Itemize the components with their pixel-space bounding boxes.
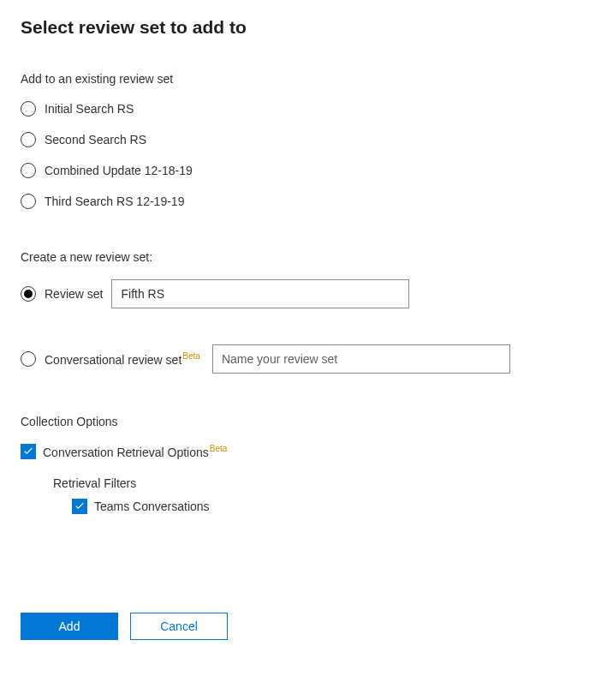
conversation-retrieval-text: Conversation Retrieval Options — [43, 446, 209, 459]
radio-icon — [21, 286, 36, 302]
radio-label: Second Search RS — [45, 133, 146, 147]
conversational-review-set-row: Conversational review setBeta — [21, 344, 586, 374]
radio-option-initial-search[interactable]: Initial Search RS — [21, 101, 586, 117]
checkbox-label: Teams Conversations — [94, 500, 210, 513]
beta-badge: Beta — [182, 351, 200, 361]
radio-label: Conversational review setBeta — [45, 351, 200, 367]
beta-badge: Beta — [210, 444, 228, 453]
radio-icon — [21, 132, 36, 147]
page-title: Select review set to add to — [21, 17, 586, 38]
cancel-button[interactable]: Cancel — [130, 613, 228, 640]
radio-icon — [21, 101, 36, 117]
collection-options-label: Collection Options — [21, 415, 586, 428]
button-row: Add Cancel — [21, 613, 586, 640]
radio-label: Review set — [45, 287, 103, 301]
create-section-label: Create a new review set: — [21, 250, 586, 264]
retrieval-filters-label: Retrieval Filters — [53, 476, 586, 490]
review-set-row: Review set — [21, 279, 586, 308]
radio-option-combined-update[interactable]: Combined Update 12-18-19 — [21, 163, 586, 178]
radio-option-new-review-set[interactable]: Review set — [21, 286, 103, 302]
radio-icon — [21, 194, 36, 209]
conversational-name-input[interactable] — [212, 344, 510, 374]
radio-label: Combined Update 12-18-19 — [45, 164, 193, 177]
radio-icon — [21, 351, 36, 367]
collection-options-section: Collection Options Conversation Retrieva… — [21, 415, 586, 514]
radio-icon — [21, 163, 36, 178]
checkbox-icon — [72, 499, 87, 514]
review-set-name-input[interactable] — [111, 279, 409, 308]
radio-option-conversational[interactable]: Conversational review setBeta — [21, 351, 200, 367]
checkbox-conversation-retrieval[interactable]: Conversation Retrieval OptionsBeta — [21, 444, 586, 459]
existing-review-set-list: Initial Search RS Second Search RS Combi… — [21, 101, 586, 209]
existing-section-label: Add to an existing review set — [21, 72, 586, 86]
checkbox-label: Conversation Retrieval OptionsBeta — [43, 444, 227, 459]
checkbox-teams-conversations[interactable]: Teams Conversations — [72, 499, 586, 514]
radio-option-third-search[interactable]: Third Search RS 12-19-19 — [21, 194, 586, 209]
radio-option-second-search[interactable]: Second Search RS — [21, 132, 586, 147]
radio-label: Initial Search RS — [45, 102, 134, 116]
add-button[interactable]: Add — [21, 613, 118, 640]
radio-label: Third Search RS 12-19-19 — [45, 194, 184, 208]
conversational-label-text: Conversational review set — [45, 353, 182, 367]
retrieval-filters-section: Retrieval Filters Teams Conversations — [53, 476, 586, 514]
checkbox-icon — [21, 444, 36, 459]
